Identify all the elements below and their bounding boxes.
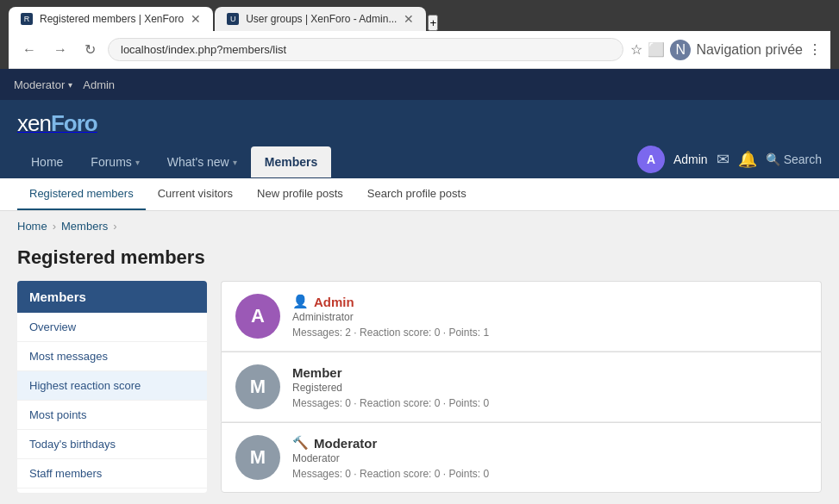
member-role: Registered — [292, 382, 807, 394]
search-label: Search — [784, 152, 822, 166]
table-row: M Member Registered Messages: 0 · Reacti… — [221, 352, 822, 422]
admin-link[interactable]: Admin — [83, 78, 115, 91]
moderator-stats: Messages: 0 · Reaction score: 0 · Points… — [292, 468, 807, 480]
xf-header: xenForo Home Forums ▾ What's new ▾ Membe… — [0, 100, 839, 178]
moderator-info: 🔨 Moderator Moderator Messages: 0 · Reac… — [292, 435, 807, 480]
back-button[interactable]: ← — [17, 40, 41, 59]
sidebar-header: Members — [17, 281, 207, 313]
table-row: M 🔨 Moderator Moderator Messages: 0 · Re… — [221, 422, 822, 493]
breadcrumb-home[interactable]: Home — [17, 220, 47, 233]
moderator-label: Moderator — [14, 78, 65, 91]
xf-sidebar: Members Overview Most messages Highest r… — [17, 281, 207, 493]
xf-logo-text: xenForo — [17, 110, 97, 136]
page-title: Registered members — [0, 241, 839, 281]
sidebar-item-todays-birthdays[interactable]: Today's birthdays — [17, 430, 207, 459]
subnav-new-posts[interactable]: New profile posts — [245, 178, 355, 210]
tab-favicon-1: R — [21, 13, 33, 25]
xf-nav-right: A Admin ✉ 🔔 🔍 Search — [637, 146, 822, 178]
browser-actions: ☆ ⬜ N Navigation privée ⋮ — [630, 40, 822, 60]
member-name[interactable]: Member — [292, 365, 807, 380]
address-bar[interactable] — [108, 38, 623, 61]
browser-tab-2[interactable]: U User groups | XenForo - Admin... ✕ — [215, 7, 426, 31]
notifications-icon-button[interactable]: 🔔 — [738, 150, 757, 169]
admin-name[interactable]: 👤 Admin — [292, 294, 807, 309]
nav-private-label: Navigation privée — [696, 42, 803, 58]
nav-item-whats-new[interactable]: What's new ▾ — [153, 146, 251, 177]
subnav-registered[interactable]: Registered members — [17, 178, 146, 210]
admin-avatar[interactable]: A — [235, 294, 280, 339]
nav-whats-new-label: What's new — [167, 155, 229, 169]
moderator-avatar[interactable]: M — [235, 435, 280, 480]
admin-role: Administrator — [292, 311, 807, 323]
admin-stats: Messages: 2 · Reaction score: 0 · Points… — [292, 327, 807, 339]
search-icon: 🔍 — [766, 152, 780, 166]
browser-profile-icon[interactable]: N — [670, 40, 691, 60]
moderator-button[interactable]: Moderator ▾ — [14, 78, 72, 91]
xf-app: Moderator ▾ Admin xenForo Home Forums ▾ — [0, 69, 839, 504]
member-info: Member Registered Messages: 0 · Reaction… — [292, 365, 807, 409]
moderator-name[interactable]: 🔨 Moderator — [292, 435, 807, 451]
nav-home-label: Home — [31, 155, 63, 169]
sidebar-item-most-messages[interactable]: Most messages — [17, 342, 207, 371]
breadcrumb-sep-2: › — [113, 220, 116, 233]
tab-close-1[interactable]: ✕ — [191, 12, 201, 26]
browser-toolbar: ← → ↻ ☆ ⬜ N Navigation privée ⋮ — [9, 31, 830, 69]
subnav-search-posts[interactable]: Search profile posts — [355, 178, 479, 210]
member-avatar[interactable]: M — [235, 364, 280, 409]
nav-item-members[interactable]: Members — [251, 146, 331, 177]
moderator-name-label: Moderator — [314, 436, 377, 451]
breadcrumb-members[interactable]: Members — [61, 220, 108, 233]
tab-label-2: User groups | XenForo - Admin... — [246, 13, 397, 25]
moderator-role-icon: 🔨 — [292, 435, 309, 451]
logo-xen: xen — [17, 110, 51, 136]
menu-icon[interactable]: ⋮ — [808, 41, 822, 58]
sidebar-item-staff[interactable]: Staff members — [17, 459, 207, 488]
tab-label-1: Registered members | XenForo — [40, 13, 184, 25]
reload-button[interactable]: ↻ — [79, 40, 101, 59]
nav-members-label: Members — [265, 155, 317, 169]
top-bar: Moderator ▾ Admin — [0, 69, 839, 100]
subnav-visitors[interactable]: Current visitors — [146, 178, 245, 210]
split-view-icon[interactable]: ⬜ — [648, 41, 665, 58]
nav-forums-label: Forums — [91, 155, 131, 169]
admin-name-label: Admin — [314, 295, 354, 309]
member-name-label: Member — [292, 365, 342, 380]
sidebar-item-most-points[interactable]: Most points — [17, 401, 207, 430]
tab-close-2[interactable]: ✕ — [404, 12, 414, 26]
browser-tab-1[interactable]: R Registered members | XenForo ✕ — [9, 7, 213, 31]
messages-icon-button[interactable]: ✉ — [717, 150, 729, 169]
browser-tabs: R Registered members | XenForo ✕ U User … — [9, 7, 830, 31]
xf-content: Members Overview Most messages Highest r… — [0, 281, 839, 504]
moderator-arrow-icon: ▾ — [68, 80, 72, 90]
xf-nav: Home Forums ▾ What's new ▾ Members — [17, 146, 331, 177]
sidebar-item-overview[interactable]: Overview — [17, 313, 207, 342]
xf-member-list: A 👤 Admin Administrator Messages: 2 · Re… — [221, 281, 822, 493]
breadcrumb-sep-1: › — [53, 220, 56, 233]
search-button[interactable]: 🔍 Search — [766, 152, 822, 166]
nav-item-forums[interactable]: Forums ▾ — [77, 146, 153, 177]
user-avatar[interactable]: A — [637, 146, 665, 173]
table-row: A 👤 Admin Administrator Messages: 2 · Re… — [221, 281, 822, 352]
admin-role-icon: 👤 — [292, 294, 309, 309]
whats-new-arrow-icon: ▾ — [233, 158, 237, 167]
browser-chrome: R Registered members | XenForo ✕ U User … — [0, 0, 839, 69]
forward-button[interactable]: → — [48, 40, 72, 59]
nav-item-home[interactable]: Home — [17, 146, 77, 177]
new-tab-button[interactable]: + — [428, 15, 438, 31]
xf-logo[interactable]: xenForo — [17, 110, 97, 137]
breadcrumb: Home › Members › — [0, 211, 839, 241]
tab-favicon-2: U — [227, 13, 239, 25]
moderator-role: Moderator — [292, 452, 807, 464]
admin-info: 👤 Admin Administrator Messages: 2 · Reac… — [292, 294, 807, 339]
bookmark-icon[interactable]: ☆ — [630, 41, 642, 58]
member-stats: Messages: 0 · Reaction score: 0 · Points… — [292, 397, 807, 409]
forums-arrow-icon: ▾ — [135, 158, 140, 167]
logo-foro: Foro — [51, 110, 97, 136]
sidebar-item-highest-reaction[interactable]: Highest reaction score — [17, 371, 207, 401]
xf-subnav: Registered members Current visitors New … — [0, 178, 839, 211]
username-label: Admin — [673, 152, 708, 166]
